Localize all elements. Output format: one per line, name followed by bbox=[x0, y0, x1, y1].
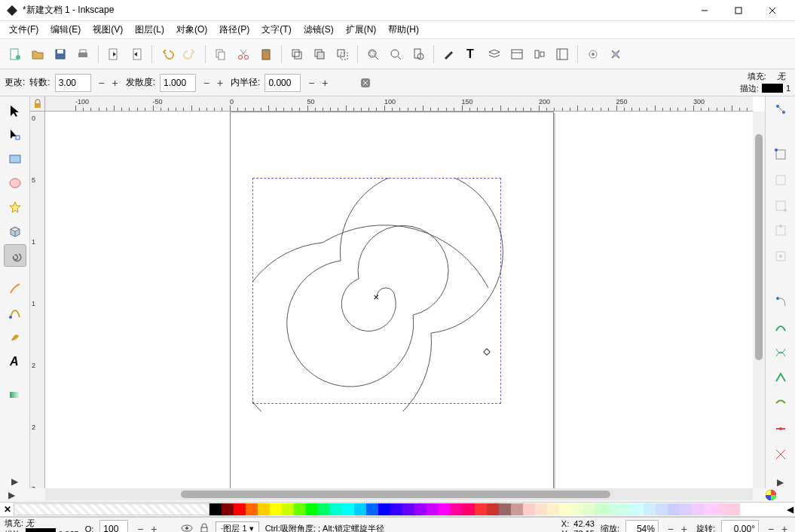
unlink-clone-button[interactable] bbox=[332, 44, 353, 65]
snap-expand[interactable]: ▶ bbox=[775, 476, 786, 489]
turns-minus[interactable]: − bbox=[96, 77, 108, 89]
layer-expand-chevron[interactable]: ▶ bbox=[6, 488, 17, 502]
palette-color[interactable] bbox=[728, 503, 740, 515]
text-tool[interactable]: A bbox=[4, 350, 26, 372]
print-button[interactable] bbox=[72, 44, 93, 65]
zoom-input[interactable] bbox=[625, 520, 659, 533]
snap-center[interactable] bbox=[770, 445, 791, 464]
zoom-selection-button[interactable] bbox=[362, 44, 384, 65]
divergence-input[interactable] bbox=[160, 74, 196, 92]
palette-color[interactable] bbox=[523, 503, 535, 515]
selectors-dialog-button[interactable] bbox=[552, 44, 573, 65]
bezier-tool[interactable] bbox=[4, 301, 26, 324]
zoom-plus[interactable]: + bbox=[678, 523, 690, 533]
inner-minus[interactable]: − bbox=[305, 77, 317, 89]
horizontal-ruler[interactable]: -100-50050100150200250300 bbox=[45, 96, 753, 112]
snap-bboxedge-icon[interactable] bbox=[770, 170, 791, 190]
palette-color[interactable] bbox=[595, 503, 607, 515]
palette-menu-chevron[interactable]: ◀ bbox=[787, 504, 793, 515]
import-button[interactable] bbox=[103, 44, 124, 65]
palette-color[interactable] bbox=[631, 503, 644, 515]
palette-color[interactable] bbox=[222, 503, 234, 515]
rotate-input[interactable] bbox=[721, 520, 759, 533]
lock-icon[interactable] bbox=[199, 523, 209, 533]
palette-none[interactable]: ✕ bbox=[2, 504, 14, 515]
opacity-plus[interactable]: + bbox=[148, 523, 160, 533]
calligraphy-tool[interactable] bbox=[4, 326, 26, 348]
snap-node[interactable] bbox=[770, 292, 791, 311]
fill-value[interactable]: 无 bbox=[777, 71, 785, 82]
spiral-tool[interactable] bbox=[4, 244, 26, 267]
snap-bbox[interactable] bbox=[770, 145, 791, 164]
snap-smooth[interactable] bbox=[770, 393, 791, 413]
palette-color[interactable] bbox=[644, 503, 656, 515]
palette-color[interactable] bbox=[318, 503, 330, 515]
duplicate-button[interactable] bbox=[286, 44, 307, 65]
palette-color[interactable] bbox=[535, 503, 547, 515]
opacity-input[interactable] bbox=[99, 520, 128, 533]
palette-color[interactable] bbox=[499, 503, 511, 515]
palette-color[interactable] bbox=[270, 503, 282, 515]
palette-color[interactable] bbox=[378, 503, 390, 515]
opacity-minus[interactable]: − bbox=[134, 523, 146, 533]
divergence-plus[interactable]: + bbox=[214, 77, 226, 89]
stroke-swatch[interactable] bbox=[762, 84, 783, 93]
snap-bboxmid-icon[interactable] bbox=[770, 221, 791, 240]
horizontal-scrollbar[interactable] bbox=[45, 488, 753, 500]
menu-extension[interactable]: 扩展(N) bbox=[341, 22, 381, 38]
snap-bboxcenter-icon[interactable] bbox=[770, 246, 791, 266]
node-tool[interactable] bbox=[4, 124, 26, 146]
palette-color[interactable] bbox=[282, 503, 294, 515]
palette-color[interactable] bbox=[571, 503, 583, 515]
layers-dialog-button[interactable] bbox=[484, 44, 505, 65]
copy-button[interactable] bbox=[210, 44, 231, 65]
palette-color[interactable] bbox=[607, 503, 619, 515]
paste-button[interactable] bbox=[255, 44, 277, 65]
redo-button[interactable] bbox=[179, 44, 200, 65]
minimize-button[interactable] bbox=[687, 0, 721, 21]
pencil-tool[interactable] bbox=[4, 277, 26, 300]
snap-enable[interactable] bbox=[770, 99, 791, 119]
turns-input[interactable] bbox=[55, 74, 91, 92]
palette-color[interactable] bbox=[656, 503, 668, 515]
status-fill-value[interactable]: 无 bbox=[26, 518, 34, 527]
undo-button[interactable] bbox=[157, 44, 178, 65]
snap-midpoint[interactable] bbox=[770, 419, 791, 439]
palette-color[interactable] bbox=[559, 503, 571, 515]
palette-color[interactable] bbox=[692, 503, 704, 515]
menu-edit[interactable]: 编辑(E) bbox=[46, 22, 85, 38]
clone-button[interactable] bbox=[309, 44, 330, 65]
menu-layer[interactable]: 图层(L) bbox=[130, 22, 169, 38]
text-dialog-button[interactable]: T bbox=[461, 44, 482, 65]
menu-path[interactable]: 路径(P) bbox=[215, 22, 254, 38]
palette-color[interactable] bbox=[209, 503, 222, 515]
palette-color[interactable] bbox=[258, 503, 270, 515]
snap-cusp[interactable] bbox=[770, 368, 791, 388]
ruler-lock[interactable] bbox=[30, 96, 45, 112]
star-tool[interactable] bbox=[4, 196, 26, 219]
canvas[interactable]: ✕ bbox=[45, 112, 753, 488]
inner-radius-input[interactable] bbox=[264, 74, 301, 92]
spiral-object[interactable]: ✕ bbox=[252, 178, 509, 411]
palette-color[interactable] bbox=[306, 503, 318, 515]
palette-color[interactable] bbox=[234, 503, 246, 515]
snap-path[interactable] bbox=[770, 317, 791, 337]
close-button[interactable] bbox=[755, 0, 789, 21]
rectangle-tool[interactable] bbox=[4, 148, 26, 170]
snap-bboxcorner-icon[interactable] bbox=[770, 196, 791, 216]
palette-color[interactable] bbox=[366, 503, 378, 515]
palette-color[interactable] bbox=[427, 503, 439, 515]
menu-filter[interactable]: 滤镜(S) bbox=[299, 22, 338, 38]
divergence-minus[interactable]: − bbox=[200, 77, 213, 89]
menu-text[interactable]: 文字(T) bbox=[257, 22, 295, 38]
snap-intersect[interactable] bbox=[770, 343, 791, 362]
xml-dialog-button[interactable] bbox=[506, 44, 527, 65]
menu-file[interactable]: 文件(F) bbox=[5, 22, 43, 38]
toolbox-expand[interactable]: ▶ bbox=[10, 475, 20, 488]
document-properties-button[interactable] bbox=[605, 44, 626, 65]
zoom-page-button[interactable] bbox=[408, 44, 429, 65]
rotate-plus[interactable]: + bbox=[778, 523, 790, 533]
palette-color[interactable] bbox=[402, 503, 414, 515]
visibility-icon[interactable] bbox=[181, 522, 193, 533]
palette-color[interactable] bbox=[704, 503, 716, 515]
